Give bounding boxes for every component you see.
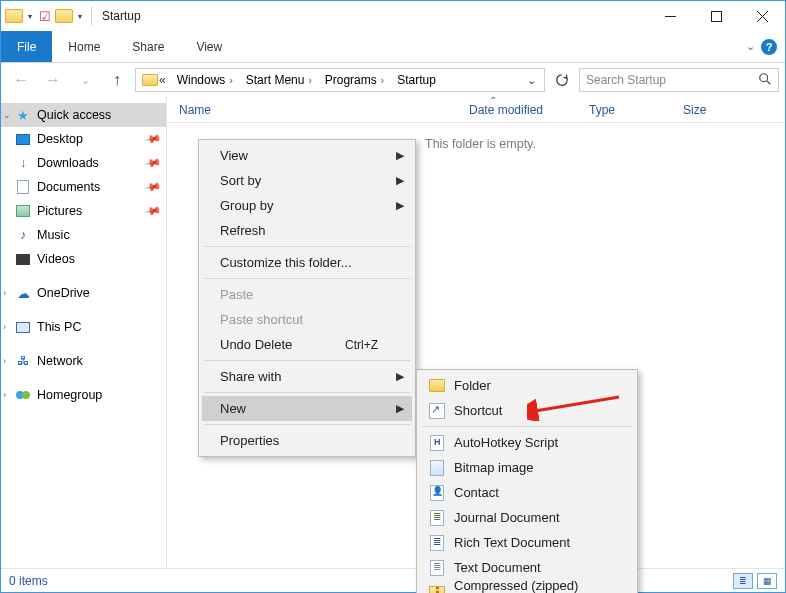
ctx-view[interactable]: View▶ [202,143,412,168]
bitmap-file-icon [430,460,444,476]
view-icons-button[interactable]: ▦ [757,573,777,589]
nav-videos[interactable]: Videos [1,247,166,271]
document-icon [17,180,29,194]
video-icon [16,254,30,265]
chevron-down-icon[interactable]: ⌄ [3,110,11,120]
breadcrumb-startmenu[interactable]: Start Menu› [240,69,318,91]
new-bitmap[interactable]: Bitmap image [420,455,634,480]
new-rtf[interactable]: Rich Text Document [420,530,634,555]
refresh-button[interactable] [549,68,575,92]
column-name[interactable]: Name [167,97,457,122]
tab-home[interactable]: Home [52,31,116,62]
explorer-window: ▾ ☑ ▾ Startup File Home Share View ⌄ ? [0,0,786,593]
up-button[interactable]: ↑ [103,66,131,94]
quick-access-toolbar: ▾ ☑ ▾ Startup [1,7,145,25]
svg-rect-0 [711,11,721,21]
close-button[interactable] [739,1,785,31]
maximize-button[interactable] [693,1,739,31]
submenu-arrow-icon: ▶ [396,174,404,187]
ctx-paste-shortcut: Paste shortcut [202,307,412,332]
address-dropdown-icon[interactable]: ⌄ [521,74,542,87]
new-ahk[interactable]: AutoHotkey Script [420,430,634,455]
nav-onedrive[interactable]: ›☁OneDrive [1,281,166,305]
cloud-icon: ☁ [15,285,31,301]
ctx-new[interactable]: New▶ [202,396,412,421]
nav-music[interactable]: ♪Music [1,223,166,247]
ctx-undo-delete[interactable]: Undo DeleteCtrl+Z [202,332,412,357]
column-date[interactable]: Date modified [457,97,577,122]
qat-overflow-icon[interactable]: ▾ [75,12,85,21]
chevron-right-icon[interactable]: › [3,288,6,298]
new-zip[interactable]: Compressed (zipped) Folder [420,580,634,593]
nav-network[interactable]: ›🖧Network [1,349,166,373]
new-shortcut[interactable]: Shortcut [420,398,634,423]
breadcrumb-bar[interactable]: « Windows› Start Menu› Programs› Startup… [135,68,545,92]
pin-icon: 📌 [144,178,163,197]
zip-file-icon [429,586,445,594]
ribbon-collapse-icon[interactable]: ⌄ [746,40,755,53]
chevron-right-icon[interactable]: › [3,322,6,332]
help-icon[interactable]: ? [761,39,777,55]
sort-indicator-icon: ⌃ [489,95,497,106]
chevron-right-icon[interactable]: › [3,356,6,366]
minimize-button[interactable] [647,1,693,31]
nav-quick-access[interactable]: ⌄ ★ Quick access [1,103,166,127]
shortcut-key: Ctrl+Z [345,338,378,352]
ctx-sep [204,424,410,425]
svg-point-3 [22,391,30,399]
item-count: 0 items [9,574,48,588]
titlebar-separator [91,7,92,25]
ahk-file-icon [430,435,444,451]
back-button[interactable]: ← [7,66,35,94]
tab-share[interactable]: Share [116,31,180,62]
nav-this-pc[interactable]: ›This PC [1,315,166,339]
tab-view[interactable]: View [180,31,238,62]
ctx-refresh[interactable]: Refresh [202,218,412,243]
column-size[interactable]: Size [671,97,785,122]
new-folder[interactable]: Folder [420,373,634,398]
new-contact[interactable]: Contact [420,480,634,505]
nav-documents[interactable]: Documents📌 [1,175,166,199]
nav-homegroup[interactable]: ›Homegroup [1,383,166,407]
ctx-sep [422,426,632,427]
view-details-button[interactable]: ≣ [733,573,753,589]
submenu-arrow-icon: ▶ [396,370,404,383]
tab-file[interactable]: File [1,31,52,62]
search-placeholder: Search Startup [586,73,666,87]
text-file-icon [430,560,444,576]
qat-caret-icon[interactable]: ▾ [25,12,35,21]
breadcrumb-windows[interactable]: Windows› [171,69,239,91]
ctx-properties[interactable]: Properties [202,428,412,453]
nav-downloads[interactable]: ↓Downloads📌 [1,151,166,175]
music-icon: ♪ [15,227,31,243]
new-journal[interactable]: Journal Document [420,505,634,530]
nav-pictures[interactable]: Pictures📌 [1,199,166,223]
address-toolbar: ← → ⌄ ↑ « Windows› Start Menu› Programs›… [1,63,785,97]
nav-desktop[interactable]: Desktop📌 [1,127,166,151]
ctx-sep [204,278,410,279]
download-icon: ↓ [15,155,31,171]
new-txt[interactable]: Text Document [420,555,634,580]
search-box[interactable]: Search Startup [579,68,779,92]
chevron-right-icon[interactable]: › [3,390,6,400]
pin-icon: 📌 [144,130,163,149]
ctx-groupby[interactable]: Group by▶ [202,193,412,218]
forward-button[interactable]: → [39,66,67,94]
column-type[interactable]: Type [577,97,671,122]
shortcut-icon [429,403,445,419]
star-icon: ★ [15,107,31,123]
ribbon-tabs: File Home Share View ⌄ ? [1,31,785,63]
status-bar: 0 items ≣ ▦ [1,568,785,592]
desktop-icon [16,134,30,145]
ctx-sortby[interactable]: Sort by▶ [202,168,412,193]
properties-check-icon[interactable]: ☑ [37,8,53,24]
recent-locations-button[interactable]: ⌄ [71,66,99,94]
new-folder-icon[interactable] [55,9,73,23]
submenu-arrow-icon: ▶ [396,199,404,212]
ctx-share-with[interactable]: Share with▶ [202,364,412,389]
breadcrumb-root-icon[interactable]: « [138,69,170,91]
breadcrumb-startup[interactable]: Startup [391,69,442,91]
homegroup-icon [15,387,31,403]
ctx-customize[interactable]: Customize this folder... [202,250,412,275]
breadcrumb-programs[interactable]: Programs› [319,69,390,91]
